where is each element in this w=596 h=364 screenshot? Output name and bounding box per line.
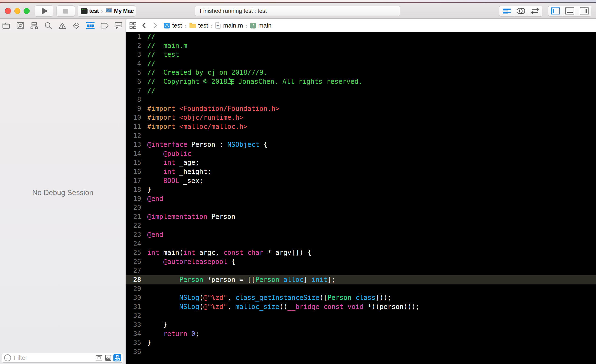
code-line-20[interactable]: 20: [126, 203, 596, 212]
zoom-button[interactable]: [23, 8, 30, 14]
view-hierarchy-button[interactable]: [113, 354, 121, 361]
filter-input[interactable]: [14, 354, 95, 362]
code-text: [141, 266, 147, 275]
tab-issue-navigator[interactable]: [55, 19, 69, 32]
tab-debug-navigator[interactable]: [83, 19, 97, 32]
breadcrumb-group[interactable]: test: [189, 22, 208, 29]
code-line-7[interactable]: 7//: [126, 86, 596, 96]
related-items-icon[interactable]: [129, 22, 136, 29]
navigator-filter-bar: [0, 353, 126, 364]
code-line-5[interactable]: 5// Created by cj on 2018/7/9.: [126, 68, 596, 77]
code-line-32[interactable]: 32: [126, 311, 596, 320]
code-line-35[interactable]: 35}: [126, 338, 596, 348]
warning-triangle-icon: [58, 22, 66, 29]
line-number: 14: [126, 149, 141, 158]
line-number: 31: [126, 302, 141, 312]
code-line-9[interactable]: 9#import <Foundation/Foundation.h>: [126, 104, 596, 113]
code-text: //: [141, 86, 155, 96]
symbols-icon: [30, 22, 38, 29]
code-line-8[interactable]: 8: [126, 95, 596, 104]
code-line-16[interactable]: 16 int _height;: [126, 167, 596, 176]
breadcrumb-symbol-label: main: [258, 22, 271, 29]
line-number: 11: [126, 122, 141, 131]
code-line-24[interactable]: 24: [126, 239, 596, 248]
code-line-21[interactable]: 21@implementation Person: [126, 212, 596, 222]
toggle-inspector-button[interactable]: [577, 6, 591, 16]
line-number: 18: [126, 185, 141, 194]
code-line-33[interactable]: 33 }: [126, 320, 596, 329]
tab-find-navigator[interactable]: [41, 19, 55, 32]
line-number: 7: [126, 86, 141, 96]
version-editor-button[interactable]: [528, 6, 542, 16]
code-line-6[interactable]: 6// Copyright © 2018 JonasChen. All righ…: [126, 77, 596, 86]
code-text: #import <malloc/malloc.h>: [141, 122, 247, 131]
code-text: // Copyright © 2018 JonasChen. All right…: [141, 77, 362, 86]
view-flat-list-button[interactable]: [95, 354, 103, 361]
code-line-22[interactable]: 22: [126, 221, 596, 230]
code-line-17[interactable]: 17 BOOL _sex;: [126, 176, 596, 186]
code-line-10[interactable]: 10#import <objc/runtime.h>: [126, 113, 596, 122]
scheme-project-label[interactable]: test: [89, 8, 99, 14]
code-line-1[interactable]: 1//: [126, 32, 596, 41]
tab-breakpoint-navigator[interactable]: [97, 19, 112, 32]
code-line-14[interactable]: 14 @public: [126, 149, 596, 158]
breadcrumb-project[interactable]: test: [164, 22, 182, 29]
code-line-28[interactable]: 28 Person *person = [[Person alloc] init…: [126, 275, 596, 284]
code-line-19[interactable]: 19@end: [126, 194, 596, 203]
code-line-29[interactable]: 29: [126, 284, 596, 294]
folder-icon: [2, 22, 10, 29]
filter-field[interactable]: [2, 353, 123, 363]
go-forward-button[interactable]: [153, 22, 157, 29]
toggle-debug-area-button[interactable]: [563, 6, 577, 16]
code-line-23[interactable]: 23@end: [126, 230, 596, 239]
standard-editor-button[interactable]: [499, 6, 514, 16]
play-icon: [42, 7, 48, 15]
breadcrumb-separator: ›: [243, 21, 250, 30]
scheme-destination-label[interactable]: My Mac: [114, 8, 134, 14]
source-control-icon: [16, 22, 24, 29]
code-line-13[interactable]: 13@interface Person : NSObject {: [126, 140, 596, 149]
code-line-36[interactable]: 36: [126, 348, 596, 357]
code-line-30[interactable]: 30 NSLog(@"%zd", class_getInstanceSize([…: [126, 293, 596, 302]
breadcrumb-project-label: test: [172, 22, 182, 29]
toggle-navigator-button[interactable]: [548, 6, 563, 16]
code-text: return 0;: [141, 329, 199, 339]
code-line-12[interactable]: 12: [126, 131, 596, 141]
code-line-31[interactable]: 31 NSLog(@"%zd", malloc_size((__bridge c…: [126, 302, 596, 312]
line-number: 16: [126, 167, 141, 176]
line-number: 8: [126, 95, 141, 104]
stop-button[interactable]: [56, 5, 75, 16]
code-line-11[interactable]: 11#import <malloc/malloc.h>: [126, 122, 596, 131]
code-line-18[interactable]: 18}: [126, 185, 596, 194]
go-back-button[interactable]: [142, 22, 146, 29]
tab-report-navigator[interactable]: [112, 19, 126, 32]
tab-project-navigator[interactable]: [0, 19, 13, 32]
assistant-editor-button[interactable]: [514, 6, 528, 16]
source-editor[interactable]: 1//2// main.m3// test4//5// Created by c…: [126, 32, 596, 364]
code-line-25[interactable]: 25int main(int argc, const char * argv[]…: [126, 248, 596, 257]
filter-view-buttons: [95, 354, 121, 361]
code-line-2[interactable]: 2// main.m: [126, 41, 596, 50]
line-number: 12: [126, 131, 141, 141]
tab-source-control-navigator[interactable]: [13, 19, 27, 32]
no-debug-session-label: No Debug Session: [0, 189, 126, 197]
code-line-27[interactable]: 27: [126, 266, 596, 275]
code-line-3[interactable]: 3// test: [126, 50, 596, 59]
tab-test-navigator[interactable]: [69, 19, 83, 32]
debug-navigator-panel: No Debug Session: [0, 32, 126, 364]
close-button[interactable]: [5, 8, 11, 14]
tab-symbol-navigator[interactable]: [27, 19, 41, 32]
minimize-button[interactable]: [14, 8, 20, 14]
code-text: int main(int argc, const char * argv[]) …: [141, 248, 312, 257]
code-line-15[interactable]: 15 int _age;: [126, 158, 596, 167]
breadcrumb-symbol[interactable]: f main: [250, 22, 271, 29]
code-line-26[interactable]: 26 @autoreleasepool {: [126, 257, 596, 267]
view-grouped-button[interactable]: [104, 354, 112, 361]
code-line-4[interactable]: 4//: [126, 59, 596, 68]
code-text: BOOL _sex;: [141, 176, 203, 186]
scheme-selector[interactable]: test › My Mac: [78, 5, 136, 16]
code-line-34[interactable]: 34 return 0;: [126, 329, 596, 339]
run-button[interactable]: [35, 5, 53, 16]
svg-text:m: m: [216, 24, 220, 28]
breadcrumb-file[interactable]: m main.m: [215, 22, 243, 29]
